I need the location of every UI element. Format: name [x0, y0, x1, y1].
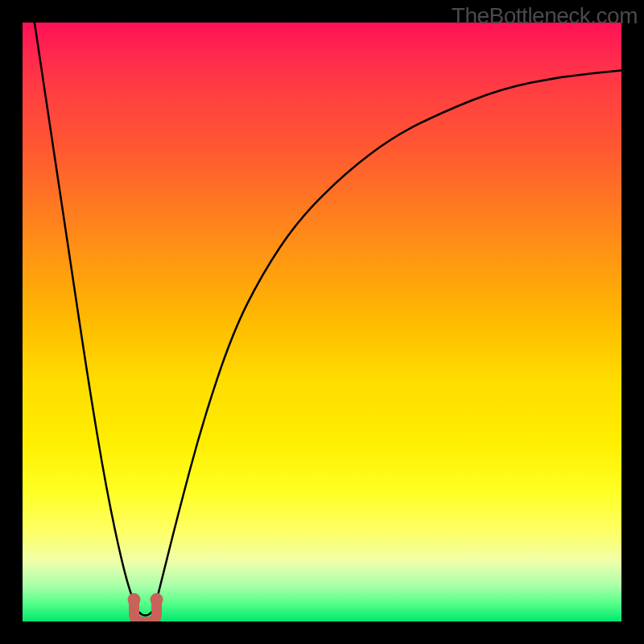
svg-point-0: [128, 593, 141, 606]
curve-overlay: [23, 23, 621, 621]
bottleneck-curve-path: [35, 23, 621, 616]
minimum-marker: [128, 593, 163, 621]
svg-point-1: [151, 593, 163, 606]
